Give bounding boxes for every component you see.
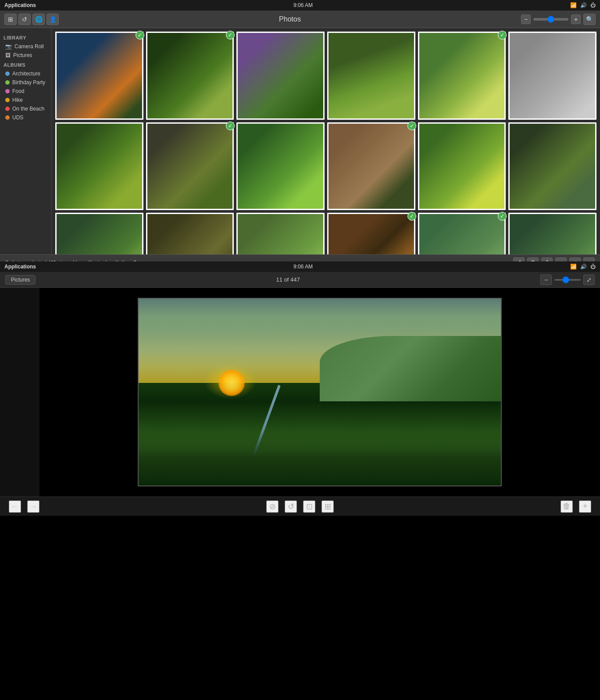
sidebar-item-uds[interactable]: UDS	[4, 113, 48, 122]
no-enhance-button[interactable]: ⊘	[266, 500, 279, 513]
viewer-image-area	[39, 288, 600, 496]
add-photo-button[interactable]: +	[579, 500, 591, 513]
prev-photo-button[interactable]: ←	[9, 500, 21, 513]
toolbar-right: − + 🔍	[521, 14, 596, 25]
system-bar-top: Applications 9:06 AM 📶 🔊 ⏻	[0, 0, 600, 11]
photo-item-16[interactable]: ✓	[327, 213, 415, 254]
album-dot-5	[5, 115, 10, 120]
volume-icon: 🔊	[580, 2, 587, 8]
zoom-in-button[interactable]: +	[571, 14, 581, 24]
album-label-5: UDS	[12, 114, 23, 121]
album-dot-1	[5, 80, 10, 85]
viewer-bottom-tools-right: 🗑 +	[561, 500, 591, 513]
user-button[interactable]: 👤	[46, 14, 59, 25]
photo-item-1[interactable]: ✓	[55, 32, 143, 120]
bottom-system-tray: 📶 🔊 ⏻	[570, 264, 596, 270]
viewer-main	[0, 288, 600, 496]
photo-thumb-16	[327, 213, 415, 254]
check-badge-10: ✓	[407, 121, 416, 130]
sidebar-item-food[interactable]: Food	[4, 87, 48, 96]
photo-thumb-2	[146, 32, 234, 120]
expand-button[interactable]: ⤢	[583, 275, 595, 285]
sidebar-item-hike[interactable]: Hike	[4, 96, 48, 104]
album-dot-3	[5, 98, 10, 102]
photo-thumb-4	[327, 32, 415, 120]
photo-item-11[interactable]	[418, 122, 506, 211]
adjust-photo-button[interactable]: ⊞	[321, 500, 334, 513]
photo-item-12[interactable]	[508, 122, 596, 211]
sidebar-item-pictures[interactable]: 🖼 Pictures	[4, 51, 48, 60]
power-icon: ⏻	[590, 2, 596, 8]
album-dot-4	[5, 107, 10, 111]
back-button[interactable]: ↺	[18, 14, 31, 25]
album-label-3: Hike	[12, 97, 23, 103]
photo-item-15[interactable]	[236, 213, 325, 254]
zoom-slider[interactable]	[533, 18, 568, 21]
photo-thumb-13	[55, 213, 143, 254]
search-button[interactable]: 🔍	[583, 14, 596, 25]
photo-thumb-12	[508, 122, 596, 211]
sidebar-item-camera-roll[interactable]: 📷 Camera Roll	[4, 42, 48, 51]
check-badge-16: ✓	[407, 212, 416, 221]
photo-thumb-10	[327, 122, 415, 211]
wifi-icon: 📶	[570, 2, 577, 8]
photo-thumb-9	[236, 122, 325, 211]
next-photo-button[interactable]: →	[27, 500, 39, 513]
photo-thumb-3	[236, 32, 325, 120]
photo-item-8[interactable]: ✓	[146, 122, 234, 211]
library-label: Library	[4, 35, 48, 40]
system-bar-bottom: Applications 9:06 AM 📶 🔊 ⏻	[0, 261, 600, 272]
album-dot-0	[5, 71, 10, 76]
viewer-controls: − ⤢	[540, 275, 595, 285]
photo-thumb-17	[418, 213, 506, 254]
photo-thumb-6	[508, 32, 596, 120]
sidebar-albums: ArchitectureBirthday PartyFoodHikeOn the…	[4, 69, 48, 122]
pictures-label: Pictures	[13, 52, 32, 58]
photo-item-6[interactable]	[508, 32, 596, 120]
rotate-photo-button[interactable]: ↺	[285, 500, 297, 513]
sidebar-item-architecture[interactable]: Architecture	[4, 69, 48, 78]
delete-photo-button[interactable]: 🗑	[561, 500, 573, 513]
photo-thumb-1	[55, 32, 143, 120]
viewer-toolbar: Pictures 11 of 447 − ⤢	[0, 272, 600, 288]
photo-thumb-18	[508, 213, 596, 254]
photo-thumb-5	[418, 32, 506, 120]
photo-item-18[interactable]	[508, 213, 596, 254]
album-label-0: Architecture	[12, 71, 40, 77]
photo-item-4[interactable]	[327, 32, 415, 120]
globe-button[interactable]: 🌐	[32, 14, 45, 25]
pictures-icon: 🖼	[5, 52, 11, 58]
photo-item-9[interactable]	[236, 122, 325, 211]
photo-item-5[interactable]: ✓	[418, 32, 506, 120]
sidebar: Library 📷 Camera Roll 🖼 Pictures Albums …	[0, 28, 52, 254]
photo-grid-area: ✓✓✓✓✓✓✓	[52, 28, 600, 254]
viewer-zoom-out-button[interactable]: −	[540, 275, 552, 285]
app-label: Applications	[4, 2, 36, 8]
photo-thumb-11	[418, 122, 506, 211]
bottom-power-icon: ⏻	[590, 264, 596, 270]
photo-item-14[interactable]	[146, 213, 234, 254]
photo-item-13[interactable]	[55, 213, 143, 254]
viewer-zoom-slider[interactable]	[554, 279, 581, 281]
camera-roll-icon: 📷	[5, 43, 12, 50]
photo-thumb-14	[146, 213, 234, 254]
crop-photo-button[interactable]: ⊡	[303, 500, 315, 513]
photo-item-2[interactable]: ✓	[146, 32, 234, 120]
viewer-bottom-bar: ← → ⊘ ↺ ⊡ ⊞ 🗑 +	[0, 496, 600, 516]
photo-item-10[interactable]: ✓	[327, 122, 415, 211]
photo-viewer-window: Applications 9:06 AM 📶 🔊 ⏻ Pictures 11 o…	[0, 261, 600, 516]
bottom-app-label: Applications	[4, 264, 36, 270]
sidebar-item-birthday-party[interactable]: Birthday Party	[4, 78, 48, 87]
zoom-out-button[interactable]: −	[521, 14, 531, 24]
photo-item-17[interactable]: ✓	[418, 213, 506, 254]
photo-thumb-8	[146, 122, 234, 211]
viewer-bottom-tools-left: ⊘ ↺ ⊡ ⊞	[266, 500, 334, 513]
bottom-wifi-icon: 📶	[570, 264, 577, 270]
photo-item-7[interactable]	[55, 122, 143, 211]
grid-button[interactable]: ⊞	[4, 14, 17, 25]
photo-item-3[interactable]	[236, 32, 325, 120]
toolbar-left: ⊞ ↺ 🌐 👤	[4, 14, 59, 25]
bottom-system-time: 9:06 AM	[293, 264, 313, 270]
sidebar-item-on-the-beach[interactable]: On the Beach	[4, 104, 48, 113]
pictures-nav-button[interactable]: Pictures	[5, 275, 36, 285]
